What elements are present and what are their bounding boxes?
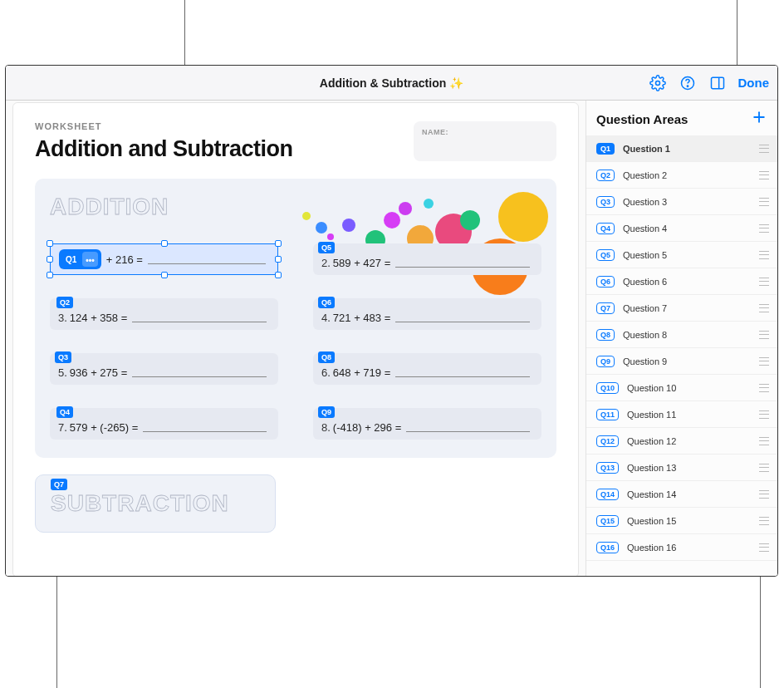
question-areas-sidebar: Question Areas Q1Question 1Q2Question 2Q… [586,101,777,576]
decorative-circle [327,233,334,240]
question-area-item-10[interactable]: Q10Question 10 [586,375,777,401]
question-area-item-4[interactable]: Q4Question 4 [586,215,777,242]
qa-label: Question 13 [627,463,759,473]
drag-handle-icon[interactable] [759,278,769,286]
question-area-q2[interactable]: Q2 3. 124 + 358 = [50,298,278,330]
question-chip-q1[interactable]: Q1 ••• [59,249,101,269]
qa-label: Question 9 [623,356,759,366]
q4-expression: 579 + (-265) = [70,421,138,434]
question-chip-more-icon[interactable]: ••• [82,252,98,267]
q6-badge: Q6 [318,297,335,308]
canvas[interactable]: WORKSHEET Addition and Subtraction NAME:… [6,101,586,576]
question-area-item-9[interactable]: Q9Question 9 [586,348,777,375]
question-area-item-2[interactable]: Q2Question 2 [586,162,777,189]
question-area-q3[interactable]: Q3 5. 936 + 275 = [50,353,278,385]
question-area-item-6[interactable]: Q6Question 6 [586,268,777,295]
q6-answer-blank [395,312,530,322]
question-areas-list: Q1Question 1Q2Question 2Q3Question 3Q4Qu… [586,135,777,576]
callout-leader-3 [56,577,57,688]
question-area-item-8[interactable]: Q8Question 8 [586,322,777,348]
name-label: NAME: [422,128,548,136]
q1-expression: + 216 = [106,253,143,266]
q3-badge: Q3 [55,351,71,363]
drag-handle-icon[interactable] [759,357,769,366]
drag-handle-icon[interactable] [759,517,769,525]
qa-label: Question 7 [623,303,759,313]
qa-label: Question 12 [627,436,759,446]
svg-point-0 [655,81,659,85]
drag-handle-icon[interactable] [759,543,769,552]
drag-handle-icon[interactable] [759,410,769,419]
done-button[interactable]: Done [738,76,770,90]
q9-answer-blank [406,422,530,432]
qa-label: Question 3 [623,197,759,207]
drag-handle-icon[interactable] [759,224,769,233]
question-area-q9[interactable]: Q9 8. (-418) + 296 = [313,408,541,440]
q5-badge: Q5 [318,242,335,253]
q5-answer-blank [395,258,530,268]
q4-badge: Q4 [56,406,73,418]
callout-leader-2 [737,0,737,65]
drag-handle-icon[interactable] [759,464,769,472]
q5-expression: 589 + 427 = [333,257,390,269]
q8-expression: 648 + 719 = [333,366,390,379]
section-subtraction[interactable]: Q7 SUBTRACTION [35,474,276,533]
gear-icon[interactable] [649,74,667,92]
qa-label: Question 4 [623,224,759,233]
question-area-item-12[interactable]: Q12Question 12 [586,428,777,455]
drag-handle-icon[interactable] [759,171,769,179]
drag-handle-icon[interactable] [759,384,769,392]
svg-rect-3 [711,77,723,88]
question-area-q5[interactable]: Q5 2. 589 + 427 = [313,243,541,275]
q9-expression: (-418) + 296 = [333,421,401,434]
callout-leader-4 [760,577,761,688]
question-area-item-7[interactable]: Q7Question 7 [586,295,777,322]
question-area-item-5[interactable]: Q5Question 5 [586,242,777,268]
question-area-item-13[interactable]: Q13Question 13 [586,455,777,481]
qa-badge: Q15 [596,515,619,527]
question-area-item-16[interactable]: Q16Question 16 [586,534,777,561]
section-addition: ADDITION Q1 [35,179,556,458]
help-icon[interactable] [679,74,697,92]
qa-label: Question 16 [627,543,759,553]
add-question-area-button[interactable] [751,109,767,129]
decorative-circle [424,199,434,209]
qa-label: Question 5 [623,250,759,260]
qa-badge: Q11 [596,409,619,420]
qa-badge: Q2 [596,170,615,181]
name-field[interactable]: NAME: [414,121,556,161]
qa-badge: Q14 [596,489,619,500]
drag-handle-icon[interactable] [759,331,769,339]
decorative-circle [399,202,412,215]
decorative-circle [460,210,480,230]
question-area-q1-selected[interactable]: Q1 ••• + 216 = [50,243,278,275]
decorative-circle [384,212,400,229]
q3-answer-blank [132,367,267,377]
decorative-circle [302,212,311,220]
question-area-item-15[interactable]: Q15Question 15 [586,508,777,534]
qa-badge: Q7 [596,302,615,314]
drag-handle-icon[interactable] [759,490,769,499]
question-area-item-14[interactable]: Q14Question 14 [586,481,777,508]
question-area-item-3[interactable]: Q3Question 3 [586,189,777,215]
drag-handle-icon[interactable] [759,145,769,153]
qa-badge: Q16 [596,542,619,553]
qa-label: Question 10 [627,383,759,393]
question-area-q6[interactable]: Q6 4. 721 + 483 = [313,298,541,330]
drag-handle-icon[interactable] [759,198,769,206]
q8-answer-blank [395,367,530,377]
question-area-item-11[interactable]: Q11Question 11 [586,401,777,428]
sidebar-toggle-icon[interactable] [708,74,727,92]
drag-handle-icon[interactable] [759,251,769,259]
question-area-item-1[interactable]: Q1Question 1 [586,135,777,162]
qa-badge: Q1 [596,143,615,155]
question-area-q4[interactable]: Q4 7. 579 + (-265) = [50,408,278,440]
qa-label: Question 14 [627,489,759,499]
q2-expression: 124 + 358 = [70,312,127,324]
drag-handle-icon[interactable] [759,437,769,445]
question-area-q8[interactable]: Q8 6. 648 + 719 = [313,353,541,385]
callout-leader-1 [184,0,185,65]
worksheet-page: WORKSHEET Addition and Subtraction NAME:… [12,102,579,576]
decorative-circle [316,222,327,233]
drag-handle-icon[interactable] [759,304,769,312]
